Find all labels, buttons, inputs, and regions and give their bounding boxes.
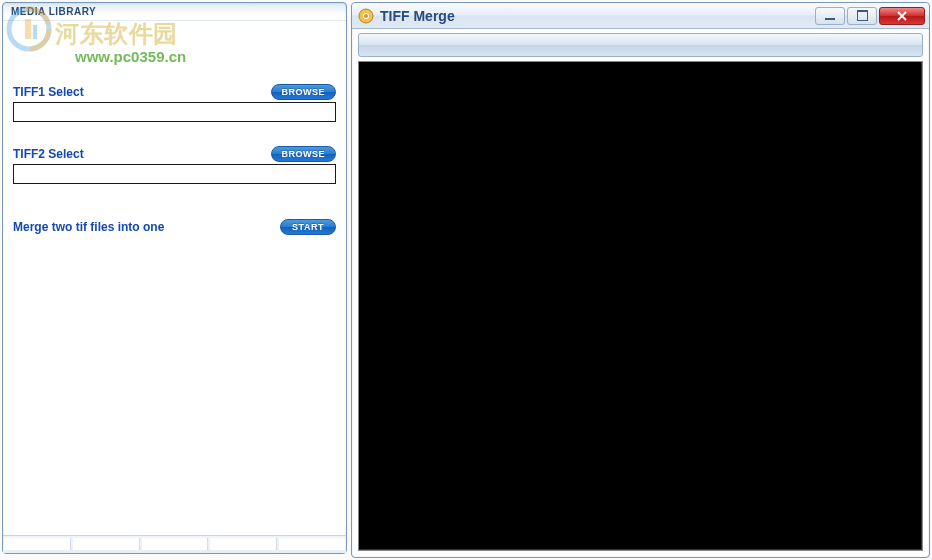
maximize-button[interactable] — [847, 7, 877, 25]
tiff2-label: TIFF2 Select — [13, 147, 84, 161]
footer-cell — [142, 538, 209, 550]
close-button[interactable] — [879, 7, 925, 25]
preview-canvas — [359, 62, 922, 550]
footer-cell — [279, 538, 345, 550]
tiff-merge-window: TIFF Merge — [351, 2, 930, 558]
tiff2-input[interactable] — [13, 164, 336, 184]
window-title: TIFF Merge — [380, 8, 815, 24]
main-container: MEDIA LIBRARY TIFF1 Select BROWSE TIFF2 … — [0, 0, 932, 560]
merge-start-button[interactable]: START — [280, 219, 336, 235]
window-controls — [815, 7, 925, 25]
panel-footer — [3, 535, 346, 553]
footer-cell — [73, 538, 140, 550]
svg-point-5 — [364, 14, 368, 18]
tiff1-browse-button[interactable]: BROWSE — [271, 84, 337, 100]
tiff1-input[interactable] — [13, 102, 336, 122]
tiff1-label: TIFF1 Select — [13, 85, 84, 99]
tiff1-row: TIFF1 Select BROWSE — [13, 84, 336, 122]
app-icon — [358, 8, 374, 24]
preview-area — [358, 61, 923, 551]
merge-row: Merge two tif files into one START — [13, 219, 336, 235]
minimize-button[interactable] — [815, 7, 845, 25]
footer-cell — [4, 538, 71, 550]
merge-label: Merge two tif files into one — [13, 220, 164, 234]
panel-header: MEDIA LIBRARY — [3, 3, 346, 21]
tiff2-row: TIFF2 Select BROWSE — [13, 146, 336, 184]
toolbar — [358, 33, 923, 57]
tiff2-browse-button[interactable]: BROWSE — [271, 146, 337, 162]
titlebar: TIFF Merge — [352, 3, 929, 29]
footer-cell — [210, 538, 277, 550]
panel-body: TIFF1 Select BROWSE TIFF2 Select BROWSE … — [3, 21, 346, 526]
media-library-panel: MEDIA LIBRARY TIFF1 Select BROWSE TIFF2 … — [2, 2, 347, 554]
